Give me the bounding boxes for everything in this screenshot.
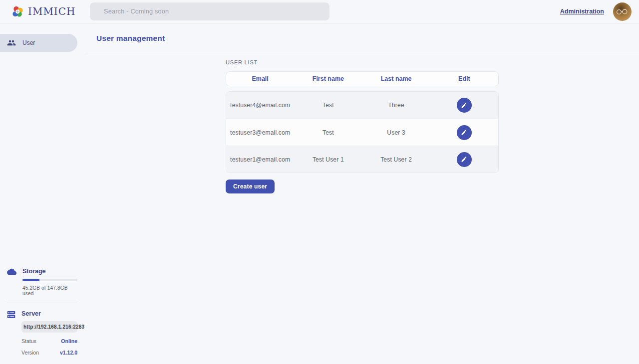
pencil-icon: [461, 156, 467, 163]
server-icon: [7, 311, 15, 321]
cell-first-name: Test: [294, 102, 362, 109]
cell-last-name: Three: [362, 102, 430, 109]
cloud-icon: [7, 268, 16, 277]
main-panel: User management USER LIST Email First na…: [85, 23, 639, 364]
user-avatar[interactable]: [613, 2, 632, 21]
sidebar: User Storage 45.2GB of 147.8GB used: [0, 23, 85, 364]
cell-first-name: Test: [294, 129, 362, 136]
logo-text: IMMICH: [28, 5, 76, 17]
table-body: testuser4@email.com Test Three te: [226, 91, 499, 173]
pencil-icon: [461, 129, 467, 136]
column-header-last-name: Last name: [362, 75, 430, 82]
administration-link[interactable]: Administration: [560, 8, 604, 15]
storage-progress-fill: [22, 279, 39, 281]
storage-usage-text: 45.2GB of 147.8GB used: [22, 285, 77, 296]
server-title: Server: [21, 310, 77, 317]
storage-progress: [22, 279, 77, 281]
cell-email: testuser4@email.com: [226, 102, 294, 109]
column-header-edit: Edit: [430, 75, 498, 82]
edit-user-button[interactable]: [457, 125, 472, 140]
table-row: testuser1@email.com Test User 1 Test Use…: [226, 146, 498, 173]
storage-title: Storage: [22, 268, 77, 275]
server-url: http://192.168.1.216:2283: [21, 321, 77, 333]
storage-section: Storage 45.2GB of 147.8GB used: [7, 268, 77, 296]
cell-first-name: Test User 1: [294, 156, 362, 163]
sidebar-item-user-label: User: [22, 39, 35, 46]
immich-flower-logo-icon: [11, 5, 24, 18]
sidebar-item-user[interactable]: User: [0, 34, 77, 52]
cell-email: testuser1@email.com: [226, 156, 294, 163]
glasses-icon: [616, 9, 629, 15]
user-table: Email First name Last name Edit testuser…: [226, 71, 499, 173]
cell-email: testuser3@email.com: [226, 129, 294, 136]
table-row: testuser4@email.com Test Three: [226, 92, 498, 119]
server-section: Server http://192.168.1.216:2283 Status …: [7, 310, 77, 356]
top-navbar: IMMICH Administration: [0, 0, 639, 23]
table-header-row: Email First name Last name Edit: [226, 71, 499, 86]
edit-user-button[interactable]: [457, 98, 472, 113]
edit-user-button[interactable]: [457, 152, 472, 167]
sidebar-status-panel: Storage 45.2GB of 147.8GB used: [0, 268, 85, 364]
page-title: User management: [96, 34, 165, 43]
sidebar-divider: [7, 303, 77, 303]
search-input[interactable]: [90, 2, 329, 20]
server-version-value: v1.12.0: [60, 350, 77, 356]
create-user-button[interactable]: Create user: [226, 180, 275, 193]
cell-last-name: Test User 2: [362, 156, 430, 163]
users-icon: [7, 38, 16, 47]
server-status-value: Online: [61, 338, 77, 344]
title-bar: User management: [85, 23, 639, 53]
cell-last-name: User 3: [362, 129, 430, 136]
server-version-label: Version: [21, 350, 39, 356]
user-list-label: USER LIST: [226, 59, 639, 65]
server-status-label: Status: [21, 338, 36, 344]
column-header-email: Email: [226, 75, 294, 82]
table-row: testuser3@email.com Test User 3: [226, 119, 498, 146]
column-header-first-name: First name: [294, 75, 362, 82]
brand[interactable]: IMMICH: [11, 5, 76, 18]
pencil-icon: [461, 102, 467, 109]
